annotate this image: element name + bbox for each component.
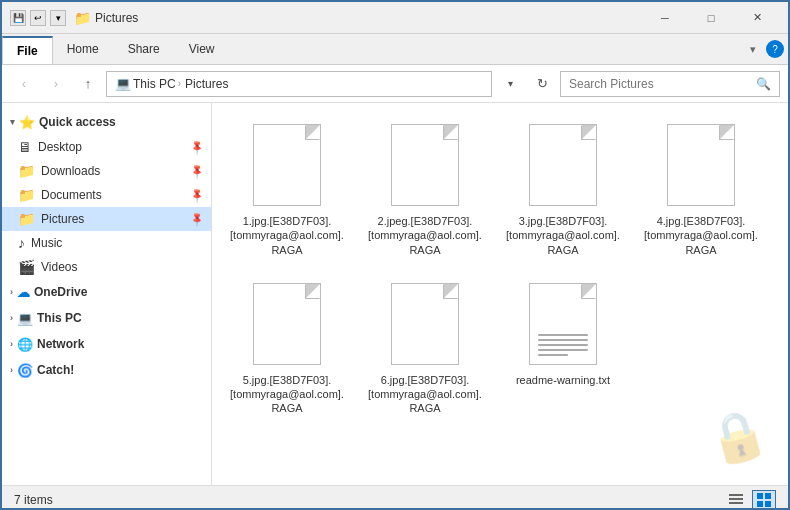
maximize-button[interactable]: □ <box>688 2 734 34</box>
svg-rect-3 <box>757 493 763 499</box>
file-icon-wrapper <box>523 120 603 210</box>
file-item[interactable]: 6.jpg.[E38D7F03].[tommyraga@aol.com].RAG… <box>360 272 490 423</box>
file-label: 5.jpg.[E38D7F03].[tommyraga@aol.com].RAG… <box>227 373 347 416</box>
path-dropdown-button[interactable]: ▾ <box>496 71 524 97</box>
chevron-icon-onedrive: › <box>10 287 13 297</box>
breadcrumb-pictures: Pictures <box>185 77 228 91</box>
address-bar: ‹ › ↑ 💻 This PC › Pictures ▾ ↻ 🔍 <box>2 65 788 103</box>
file-label: 3.jpg.[E38D7F03].[tommyraga@aol.com].RAG… <box>503 214 623 257</box>
star-icon: ⭐ <box>19 115 35 130</box>
quick-access-label: Quick access <box>39 115 116 129</box>
file-label: 4.jpg.[E38D7F03].[tommyraga@aol.com].RAG… <box>641 214 761 257</box>
breadcrumb-folder: 💻 This PC › <box>115 76 181 91</box>
sidebar-label-onedrive: OneDrive <box>34 285 87 299</box>
expand-icon[interactable]: ▾ <box>50 10 66 26</box>
catch-icon: 🌀 <box>17 363 33 378</box>
sidebar: ▾ ⭐ Quick access 🖥 Desktop 📌 📁 Downloads… <box>2 103 212 485</box>
file-label: 2.jpeg.[E38D7F03].[tommyraga@aol.com].RA… <box>365 214 485 257</box>
desktop-icon: 🖥 <box>18 139 32 155</box>
sidebar-item-this-pc[interactable]: › 💻 This PC <box>2 305 211 331</box>
pin-icon-pictures: 📌 <box>189 211 205 227</box>
pictures-folder-icon: 📁 <box>18 211 35 227</box>
back-button[interactable]: ‹ <box>10 71 38 97</box>
up-button[interactable]: ↑ <box>74 71 102 97</box>
search-input[interactable] <box>569 77 750 91</box>
search-box[interactable]: 🔍 <box>560 71 780 97</box>
sidebar-label-music: Music <box>31 236 203 250</box>
chevron-icon: ▾ <box>10 117 15 127</box>
sidebar-item-pictures[interactable]: 📁 Pictures 📌 <box>2 207 211 231</box>
file-label-txt: readme-warning.txt <box>516 373 610 387</box>
videos-icon: 🎬 <box>18 259 35 275</box>
address-path[interactable]: 💻 This PC › Pictures <box>106 71 492 97</box>
undo-icon[interactable]: ↩ <box>30 10 46 26</box>
tab-view[interactable]: View <box>175 34 230 64</box>
sidebar-label-videos: Videos <box>41 260 203 274</box>
file-area: 1.jpg.[E38D7F03].[tommyraga@aol.com].RAG… <box>212 103 788 485</box>
file-doc-icon <box>529 124 597 206</box>
music-icon: ♪ <box>18 235 25 251</box>
file-item[interactable]: 1.jpg.[E38D7F03].[tommyraga@aol.com].RAG… <box>222 113 352 264</box>
file-item[interactable]: 5.jpg.[E38D7F03].[tommyraga@aol.com].RAG… <box>222 272 352 423</box>
chevron-icon-thispc: › <box>10 313 13 323</box>
downloads-folder-icon: 📁 <box>18 163 35 179</box>
tab-share[interactable]: Share <box>114 34 175 64</box>
chevron-icon-catch: › <box>10 365 13 375</box>
folder-icon: 📁 <box>74 10 91 26</box>
svg-rect-0 <box>729 494 743 496</box>
minimize-button[interactable]: ─ <box>642 2 688 34</box>
file-item[interactable]: 4.jpg.[E38D7F03].[tommyraga@aol.com].RAG… <box>636 113 766 264</box>
sidebar-label-catch: Catch! <box>37 363 74 377</box>
file-icon-wrapper-txt <box>523 279 603 369</box>
sidebar-item-desktop[interactable]: 🖥 Desktop 📌 <box>2 135 211 159</box>
forward-button[interactable]: › <box>42 71 70 97</box>
file-lines <box>538 334 588 356</box>
tab-home[interactable]: Home <box>53 34 114 64</box>
sidebar-item-catch[interactable]: › 🌀 Catch! <box>2 357 211 383</box>
sidebar-item-music[interactable]: ♪ Music <box>2 231 211 255</box>
title-bar: 💾 ↩ ▾ 📁 Pictures ─ □ ✕ <box>2 2 788 34</box>
file-doc-icon <box>253 283 321 365</box>
sidebar-label-downloads: Downloads <box>41 164 185 178</box>
sidebar-label-desktop: Desktop <box>38 140 185 154</box>
file-icon-wrapper <box>247 279 327 369</box>
svg-rect-4 <box>765 493 771 499</box>
file-doc-icon <box>391 283 459 365</box>
file-doc-icon-txt <box>529 283 597 365</box>
ribbon: File Home Share View ▾ ? <box>2 34 788 65</box>
main-area: ▾ ⭐ Quick access 🖥 Desktop 📌 📁 Downloads… <box>2 103 788 485</box>
list-view-button[interactable] <box>724 490 748 510</box>
quick-access-toolbar: 💾 ↩ ▾ <box>10 10 66 26</box>
sidebar-label-this-pc: This PC <box>37 311 82 325</box>
sidebar-section-quick-access[interactable]: ▾ ⭐ Quick access <box>2 109 211 135</box>
sidebar-item-network[interactable]: › 🌐 Network <box>2 331 211 357</box>
svg-rect-1 <box>729 498 743 500</box>
pin-icon: 📌 <box>189 139 205 155</box>
close-button[interactable]: ✕ <box>734 2 780 34</box>
refresh-button[interactable]: ↻ <box>528 71 556 97</box>
svg-rect-5 <box>757 501 763 507</box>
help-button[interactable]: ? <box>766 40 784 58</box>
documents-folder-icon: 📁 <box>18 187 35 203</box>
sidebar-label-documents: Documents <box>41 188 185 202</box>
pin-icon-downloads: 📌 <box>189 163 205 179</box>
file-icon-wrapper <box>247 120 327 210</box>
path-this-pc: This PC <box>133 77 176 91</box>
sidebar-item-onedrive[interactable]: › ☁ OneDrive <box>2 279 211 305</box>
file-item[interactable]: 3.jpg.[E38D7F03].[tommyraga@aol.com].RAG… <box>498 113 628 264</box>
tile-view-icon <box>757 493 771 507</box>
file-item-txt[interactable]: readme-warning.txt <box>498 272 628 423</box>
save-icon[interactable]: 💾 <box>10 10 26 26</box>
tile-view-button[interactable] <box>752 490 776 510</box>
window-title: Pictures <box>95 11 642 25</box>
chevron-icon-network: › <box>10 339 13 349</box>
ribbon-toggle[interactable]: ▾ <box>744 43 762 56</box>
sidebar-item-videos[interactable]: 🎬 Videos <box>2 255 211 279</box>
list-view-icon <box>729 493 743 507</box>
sidebar-item-downloads[interactable]: 📁 Downloads 📌 <box>2 159 211 183</box>
file-doc-icon <box>253 124 321 206</box>
tab-file[interactable]: File <box>2 36 53 64</box>
item-count: 7 items <box>14 493 53 507</box>
sidebar-item-documents[interactable]: 📁 Documents 📌 <box>2 183 211 207</box>
file-item[interactable]: 2.jpeg.[E38D7F03].[tommyraga@aol.com].RA… <box>360 113 490 264</box>
